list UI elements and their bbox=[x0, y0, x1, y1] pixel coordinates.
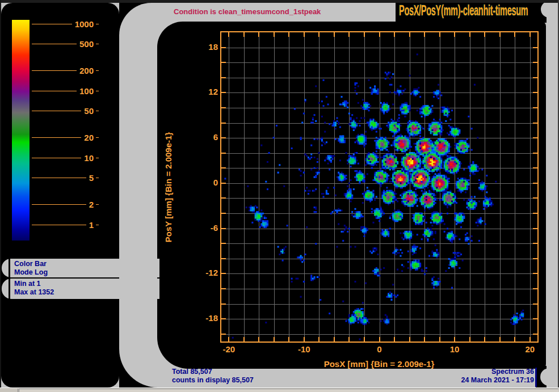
y-tick-label: 18 bbox=[188, 42, 218, 52]
colorbar-tick-value: 20 bbox=[84, 133, 94, 142]
colorbar-tick: 100 bbox=[32, 85, 99, 96]
pipe-elbow-bottom bbox=[119, 349, 158, 387]
x-tick-label: 10 bbox=[438, 344, 472, 354]
colorbar-tick: 1000 bbox=[32, 18, 99, 29]
bottom-strip-scrollbar[interactable] bbox=[19, 389, 558, 392]
colorbar-tick-value: 100 bbox=[79, 86, 94, 96]
colorbar-tick-value: 200 bbox=[79, 66, 94, 75]
colorbar-tick: 2 bbox=[32, 199, 99, 210]
x-axis-title: PosX [mm] {Bin = 2.009e-1} bbox=[324, 359, 435, 369]
colorbar-range-bubble: Min at 1 Max at 1352 bbox=[2, 279, 159, 299]
app-window: 1000500200100502010521 PosX/PosY(mm)-cle… bbox=[0, 0, 559, 392]
spectrum-title: PosX/PosY(mm)-cleanhit-timesum bbox=[399, 2, 528, 19]
x-tick-label: -10 bbox=[287, 344, 321, 354]
pipe-bump-top bbox=[541, 1, 557, 18]
condition-text: Condition is clean_timesumcond_1stpeak bbox=[174, 7, 321, 16]
pipe-bump-bottom bbox=[540, 368, 558, 386]
colorbar-tick: 5 bbox=[32, 172, 99, 184]
title-block: PosX/PosY(mm)-cleanhit-timesum bbox=[396, 0, 547, 23]
colorbar-gradient bbox=[12, 20, 30, 241]
status-separator bbox=[535, 368, 537, 387]
colorbar-tick-value: 5 bbox=[89, 173, 94, 183]
colorbar-tick-value: 1 bbox=[89, 220, 94, 230]
colorbar-mode-line2: Mode Log bbox=[14, 268, 159, 277]
colorbar-tick: 500 bbox=[32, 39, 99, 50]
y-tick-label: 12 bbox=[188, 87, 218, 96]
status-left: Total 85,507 counts in display 85,507 bbox=[172, 368, 254, 385]
colorbar-max-line: Max at 1352 bbox=[14, 288, 159, 297]
colorbar-tick-value: 50 bbox=[84, 106, 94, 116]
colorbar-tick-value: 500 bbox=[79, 39, 94, 49]
colorbar-tick-value: 2 bbox=[89, 200, 94, 209]
colorbar-min-line: Min at 1 bbox=[14, 280, 159, 288]
pipe-elbow-top bbox=[119, 3, 152, 35]
bottom-strip bbox=[0, 387, 559, 392]
x-tick-label: 20 bbox=[513, 344, 547, 354]
colorbar-mode-line1: Color Bar bbox=[14, 260, 159, 268]
colorbar-panel: 1000500200100502010521 bbox=[1, 3, 119, 387]
x-tick-label: 0 bbox=[363, 344, 397, 354]
y-tick-label: 0 bbox=[188, 178, 218, 187]
status-datetime: 24 March 2021 - 17:19 bbox=[461, 376, 534, 385]
window-left-border bbox=[0, 0, 1, 392]
y-tick-label: 6 bbox=[188, 132, 218, 142]
colorbar-tick: 1 bbox=[32, 219, 99, 230]
colorbar-tick: 200 bbox=[32, 65, 99, 76]
window-top-border bbox=[0, 0, 559, 3]
colorbar-mode-bubble: Color Bar Mode Log bbox=[2, 259, 159, 277]
y-tick-label: -18 bbox=[188, 313, 218, 323]
plot-frame bbox=[220, 31, 539, 343]
x-tick-label: -20 bbox=[212, 344, 246, 354]
y-tick-label: -6 bbox=[188, 223, 218, 233]
status-total: Total 85,507 bbox=[172, 368, 254, 376]
bottom-strip-grip bbox=[0, 389, 18, 392]
colorbar-tick-value: 1000 bbox=[75, 19, 94, 29]
bubble-cut-line bbox=[9, 256, 10, 301]
status-spectrum: Spectrum 36 bbox=[461, 368, 534, 376]
y-axis-title: PosY [mm] {Bin = 2.009e-1} bbox=[163, 132, 173, 242]
status-right: Spectrum 36 24 March 2021 - 17:19 bbox=[461, 368, 534, 385]
colorbar-tick: 10 bbox=[32, 152, 99, 163]
y-tick-label: -12 bbox=[188, 268, 218, 277]
colorbar-tick-value: 10 bbox=[84, 153, 94, 163]
colorbar-tick: 50 bbox=[32, 106, 99, 117]
colorbar-tick: 20 bbox=[32, 132, 99, 143]
histogram-canvas[interactable] bbox=[221, 32, 537, 342]
status-in-display: counts in display 85,507 bbox=[172, 376, 254, 385]
